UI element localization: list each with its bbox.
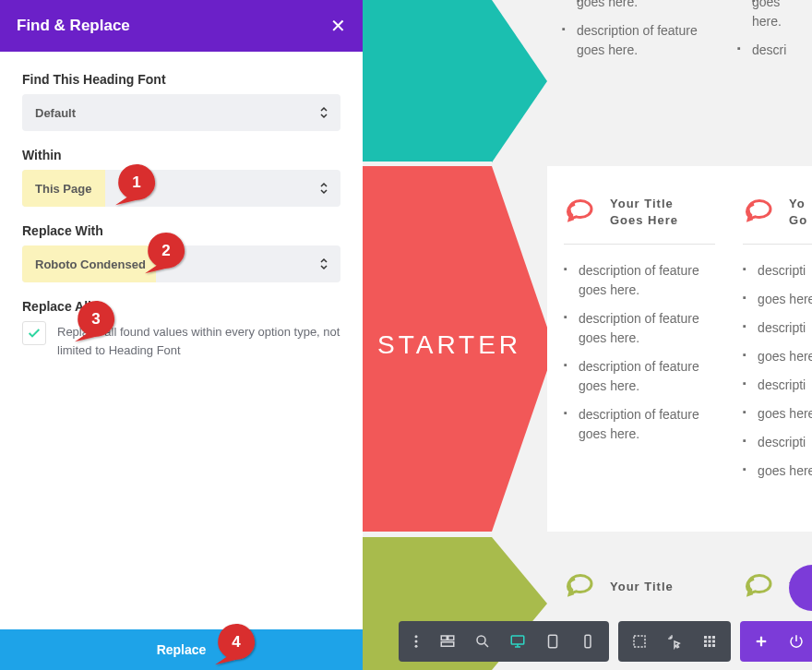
top-feature-list-1: goes here. description of feature goes h… <box>562 0 710 69</box>
svg-point-2 <box>415 645 418 648</box>
within-select[interactable]: This Page <box>22 170 340 207</box>
svg-rect-3 <box>441 636 447 640</box>
select-icon[interactable] <box>622 621 657 662</box>
builder-toolbar <box>399 621 812 662</box>
replace-all-label: Replace All <box>22 299 340 314</box>
svg-rect-21 <box>709 644 711 647</box>
toolbar-group-1 <box>399 621 609 662</box>
card-title-bottom-1: Your Title <box>610 579 674 595</box>
mid-feature-list-2: descripti goes here descripti goes here … <box>743 261 812 481</box>
svg-rect-17 <box>704 640 707 643</box>
close-icon[interactable]: ✕ <box>330 15 346 37</box>
replace-with-label: Replace With <box>22 223 340 238</box>
click-icon[interactable] <box>657 621 692 662</box>
desktop-icon[interactable] <box>500 621 535 662</box>
svg-rect-22 <box>712 644 715 647</box>
mid-feature-list-1: description of feature goes here. descri… <box>564 261 715 444</box>
svg-rect-19 <box>712 640 715 643</box>
chat-icon <box>743 194 776 231</box>
card-title-2: Yo Go <box>789 196 807 229</box>
svg-rect-12 <box>585 635 591 648</box>
chevron-updown-icon <box>320 106 328 119</box>
svg-rect-15 <box>709 636 711 639</box>
replace-button[interactable]: Replace <box>0 629 363 670</box>
page-canvas: goes here. description of feature goes h… <box>363 0 812 670</box>
more-icon[interactable] <box>402 621 430 662</box>
svg-rect-16 <box>712 636 715 639</box>
svg-rect-14 <box>704 636 707 639</box>
tablet-icon[interactable] <box>535 621 570 662</box>
phone-icon[interactable] <box>570 621 605 662</box>
toolbar-group-3 <box>740 621 812 662</box>
svg-rect-13 <box>634 636 645 647</box>
svg-point-1 <box>415 640 418 643</box>
chat-icon <box>743 568 776 605</box>
svg-point-0 <box>415 635 418 638</box>
svg-rect-11 <box>549 635 557 648</box>
replace-all-description: Replace all found values within every op… <box>57 321 340 359</box>
grid-icon[interactable] <box>692 621 727 662</box>
svg-rect-18 <box>709 640 711 643</box>
replace-all-checkbox[interactable] <box>22 321 46 345</box>
find-font-select[interactable]: Default <box>22 94 340 131</box>
replace-with-select[interactable]: Roboto Condensed <box>22 245 340 282</box>
find-replace-panel: Find & Replace ✕ Find This Heading Font … <box>0 0 363 670</box>
svg-rect-5 <box>441 642 454 647</box>
toolbar-group-2 <box>618 621 731 662</box>
chat-icon <box>564 568 597 605</box>
svg-line-7 <box>484 643 488 647</box>
chevron-updown-icon <box>320 257 328 270</box>
chat-icon <box>564 194 597 231</box>
panel-header: Find & Replace ✕ <box>0 0 363 52</box>
within-label: Within <box>22 148 340 162</box>
wireframe-icon[interactable] <box>430 621 465 662</box>
panel-title: Find & Replace <box>17 17 130 35</box>
starter-label: STARTER <box>377 330 521 360</box>
top-feature-list-2: goes here. descri <box>737 0 811 69</box>
chevron-updown-icon <box>320 182 328 195</box>
plus-icon[interactable] <box>744 621 779 662</box>
svg-rect-20 <box>704 644 707 647</box>
power-icon[interactable] <box>779 621 812 662</box>
svg-rect-8 <box>511 636 524 644</box>
svg-point-6 <box>477 636 485 644</box>
zoom-icon[interactable] <box>465 621 500 662</box>
svg-rect-4 <box>448 636 454 640</box>
find-font-label: Find This Heading Font <box>22 72 340 87</box>
card-title-1: Your Title Goes Here <box>610 196 678 229</box>
